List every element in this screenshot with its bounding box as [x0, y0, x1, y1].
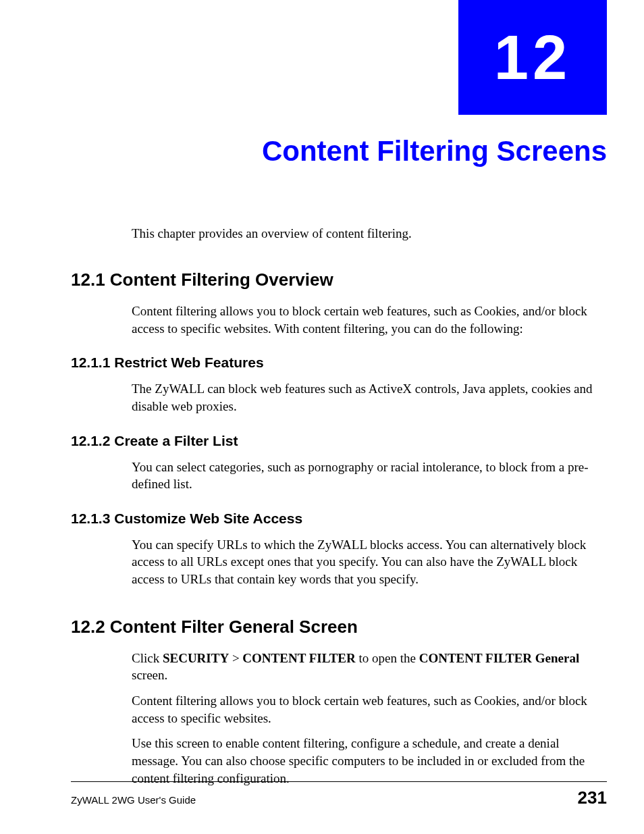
p1-post: screen. — [132, 668, 167, 682]
section-12-1: 12.1 Content Filtering Overview Content … — [71, 269, 607, 588]
subsection-heading-12-1-1: 12.1.1 Restrict Web Features — [71, 355, 607, 371]
chapter-number-box: 12 — [458, 0, 607, 115]
section-body-12-1: Content filtering allows you to block ce… — [132, 303, 607, 337]
footer-page-number: 231 — [578, 787, 607, 808]
page-content: This chapter provides an overview of con… — [71, 226, 607, 800]
subsection-heading-12-1-2: 12.1.2 Create a Filter List — [71, 433, 607, 449]
subsection-body-12-1-2: You can select categories, such as porno… — [132, 459, 607, 493]
p1-pre: Click — [132, 651, 163, 665]
chapter-number: 12 — [494, 22, 571, 93]
subsection-heading-12-1-3: 12.1.3 Customize Web Site Access — [71, 511, 607, 527]
subsection-body-12-1-3: You can specify URLs to which the ZyWALL… — [132, 536, 607, 588]
page-footer: ZyWALL 2WG User's Guide 231 — [71, 781, 607, 808]
intro-text: This chapter provides an overview of con… — [132, 226, 607, 241]
section-body-12-2-p1: Click SECURITY > CONTENT FILTER to open … — [132, 650, 607, 684]
p1-b2: CONTENT FILTER — [242, 651, 355, 665]
footer-guide-name: ZyWALL 2WG User's Guide — [71, 794, 196, 806]
chapter-title: Content Filtering Screens — [71, 135, 607, 167]
section-body-12-2-p3: Use this screen to enable content filter… — [132, 735, 607, 787]
p1-b3: CONTENT FILTER General — [419, 651, 580, 665]
section-heading-12-2: 12.2 Content Filter General Screen — [71, 617, 607, 637]
p1-b1: SECURITY — [163, 651, 229, 665]
section-body-12-2-p2: Content filtering allows you to block ce… — [132, 692, 607, 727]
section-heading-12-1: 12.1 Content Filtering Overview — [71, 269, 607, 290]
subsection-body-12-1-1: The ZyWALL can block web features such a… — [132, 380, 607, 415]
p1-mid1: > — [229, 651, 242, 665]
section-12-2: 12.2 Content Filter General Screen Click… — [71, 617, 607, 787]
p1-mid2: to open the — [356, 651, 419, 665]
